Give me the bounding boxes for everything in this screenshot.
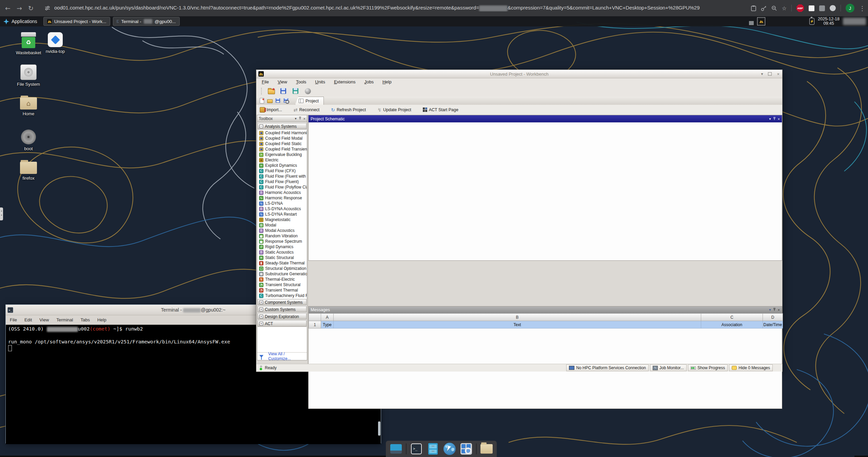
- tray-ansys-icon[interactable]: [757, 17, 765, 25]
- taskbar-window-terminal[interactable]: Terminal - @gpu00...: [113, 17, 180, 26]
- expand-icon[interactable]: +: [259, 322, 263, 325]
- address-bar[interactable]: ood01.comet.hpc.ncl.ac.uk/pun/sys/dashbo…: [45, 2, 723, 14]
- column-header[interactable]: B: [334, 314, 701, 321]
- expand-icon[interactable]: +: [259, 300, 263, 304]
- profile-avatar[interactable]: J: [846, 4, 854, 13]
- menu-jobs[interactable]: Jobs: [364, 79, 374, 84]
- cell-text[interactable]: Text: [334, 321, 701, 329]
- clipboard-icon[interactable]: [751, 5, 756, 11]
- terminal-menu-file[interactable]: File: [10, 317, 17, 322]
- save-icon[interactable]: [275, 98, 281, 103]
- close-button[interactable]: ×: [777, 72, 780, 77]
- clock[interactable]: 2025-12-18 09:45: [818, 17, 840, 26]
- panel-close-icon[interactable]: ×: [778, 117, 780, 121]
- refresh-project-button[interactable]: ↻Refresh Project: [331, 107, 366, 113]
- toolbox-item-coupled-field-modal[interactable]: ▣Coupled Field Modal: [257, 136, 307, 141]
- project-schematic-canvas[interactable]: [309, 122, 782, 260]
- toolbox-section-act[interactable]: +ACT: [258, 320, 307, 327]
- toolbox-item-ls-dyna[interactable]: ∿LS-DYNA: [257, 201, 307, 206]
- bookmark-star-icon[interactable]: ☆: [782, 5, 787, 12]
- menu-view[interactable]: View: [278, 79, 287, 84]
- project-schematic-header[interactable]: Project Schematic ▾ ×: [309, 115, 782, 122]
- tray-icon[interactable]: [749, 21, 754, 25]
- import-button[interactable]: Import...: [260, 107, 282, 113]
- view-all-customize-link[interactable]: View All / Customize...: [268, 352, 305, 361]
- corner-cell[interactable]: [309, 314, 321, 321]
- toolbox-item-eigenvalue-buckling[interactable]: >Eigenvalue Buckling: [257, 152, 307, 157]
- panel-pin-icon[interactable]: [299, 117, 301, 121]
- terminal-menu-edit[interactable]: Edit: [24, 317, 32, 322]
- new-file-icon[interactable]: ✱: [259, 98, 264, 103]
- toolbox-item-static-structural[interactable]: ≡Static Structural: [257, 255, 307, 260]
- toolbox-section-design-exploration[interactable]: +Design Exploration: [258, 313, 307, 320]
- filter-funnel-icon[interactable]: [259, 355, 263, 358]
- save-button[interactable]: [280, 87, 287, 95]
- url-text[interactable]: ood01.comet.hpc.ncl.ac.uk/pun/sys/dashbo…: [54, 5, 700, 11]
- toolbox-item-random-vibration[interactable]: ▅Random Vibration: [257, 233, 307, 239]
- tab-project[interactable]: Project: [295, 97, 324, 105]
- messages-header[interactable]: Messages ▾ ×: [309, 306, 782, 313]
- reload-icon[interactable]: ↻: [25, 4, 37, 12]
- column-header[interactable]: D: [763, 314, 783, 321]
- toolbox-section-custom-systems[interactable]: +Custom Systems: [258, 306, 307, 313]
- toolbar-grip[interactable]: [261, 88, 263, 95]
- panel-dropdown-icon[interactable]: ▾: [769, 117, 771, 121]
- toolbox-item-turbomachinery-fluid-flow[interactable]: CTurbomachinery Fluid Flow: [257, 293, 307, 298]
- toolbox-item-thermal-electric[interactable]: ↯Thermal-Electric: [257, 277, 307, 282]
- row-number[interactable]: 1: [309, 321, 321, 329]
- cell-association[interactable]: Association: [701, 321, 763, 329]
- github-icon[interactable]: [830, 5, 836, 11]
- battery-icon[interactable]: ⚡: [809, 18, 814, 25]
- toolbox-item-explicit-dynamics[interactable]: ≈Explicit Dynamics: [257, 163, 307, 168]
- toolbox-item-rigid-dynamics[interactable]: ↺Rigid Dynamics: [257, 244, 307, 250]
- applications-menu-button[interactable]: Applications: [0, 16, 41, 26]
- extension-grey-icon[interactable]: [819, 5, 825, 11]
- expand-icon[interactable]: +: [259, 307, 263, 311]
- panel-hide-handle[interactable]: [0, 207, 3, 220]
- app-finder-icon[interactable]: [459, 442, 473, 456]
- menu-extensions[interactable]: Extensions: [334, 79, 356, 84]
- taskbar-window-workbench[interactable]: Unsaved Project - Work...: [43, 17, 110, 26]
- panel-pin-icon[interactable]: [773, 308, 776, 312]
- toolbox-item-substructure-generation[interactable]: ▦Substructure Generation: [257, 271, 307, 277]
- toolbox-item-static-acoustics[interactable]: BStatic Acoustics: [257, 250, 307, 255]
- reconnect-button[interactable]: ⇄Reconnect: [294, 107, 320, 113]
- collapse-icon[interactable]: −: [259, 124, 263, 128]
- back-icon[interactable]: ←: [2, 4, 14, 12]
- toolbox-item-response-spectrum[interactable]: ▅Response Spectrum: [257, 239, 307, 244]
- folder-icon[interactable]: [480, 442, 493, 456]
- desktop-icon-nvidia-top[interactable]: nvidia-top: [39, 32, 72, 54]
- toolbox-item-ls-dyna-restart[interactable]: ∿LS-DYNA Restart: [257, 212, 307, 217]
- toolbox-item-modal[interactable]: ▥Modal: [257, 222, 307, 228]
- toolbox-item-fluid-flow-polyflow-classic[interactable]: CFluid Flow (Polyflow Classic): [257, 184, 307, 190]
- toolbox-item-transient-thermal[interactable]: ◔Transient Thermal: [257, 287, 307, 293]
- toolbox-item-modal-acoustics[interactable]: BModal Acoustics: [257, 228, 307, 233]
- toolbox-section-component-systems[interactable]: +Component Systems: [258, 299, 307, 305]
- show-progress-button[interactable]: Show Progress: [688, 364, 728, 371]
- column-header[interactable]: C: [701, 314, 763, 321]
- save-as-button[interactable]: [292, 87, 299, 95]
- minimize-button[interactable]: ▾: [761, 72, 763, 76]
- toolbox-item-fluid-flow-fluent[interactable]: CFluid Flow (Fluent): [257, 179, 307, 184]
- column-header[interactable]: A: [321, 314, 334, 321]
- expand-icon[interactable]: +: [259, 315, 263, 318]
- hpc-connection-button[interactable]: No HPC Platform Services Connection: [566, 364, 648, 371]
- menu-units[interactable]: Units: [315, 79, 325, 84]
- cell-type[interactable]: Type: [321, 321, 334, 329]
- open-file-icon[interactable]: [267, 98, 273, 103]
- globe-button[interactable]: [304, 87, 312, 95]
- menu-dots-icon[interactable]: ⋮: [859, 5, 865, 12]
- terminal-menu-help[interactable]: Help: [97, 317, 106, 322]
- new-project-button[interactable]: ✱: [268, 87, 275, 95]
- panel-close-icon[interactable]: ×: [778, 308, 780, 312]
- toolbox-item-coupled-field-static[interactable]: ▣Coupled Field Static: [257, 141, 307, 146]
- terminal-menu-tabs[interactable]: Tabs: [80, 317, 90, 322]
- panel-dropdown-icon[interactable]: ▾: [295, 117, 297, 120]
- toolbox-item-fluid-flow-fluent-with-fluent-meshing[interactable]: CFluid Flow (Fluent with Fluent Meshing): [257, 174, 307, 179]
- key-icon[interactable]: [761, 5, 767, 11]
- adblock-icon[interactable]: ABP: [796, 4, 804, 12]
- terminal-menu-terminal[interactable]: Terminal: [56, 317, 73, 322]
- toolbox-item-harmonic-response[interactable]: ∿Harmonic Response: [257, 195, 307, 201]
- extension-white-icon[interactable]: [809, 5, 814, 11]
- toolbox-item-transient-structural[interactable]: ◔Transient Structural: [257, 282, 307, 287]
